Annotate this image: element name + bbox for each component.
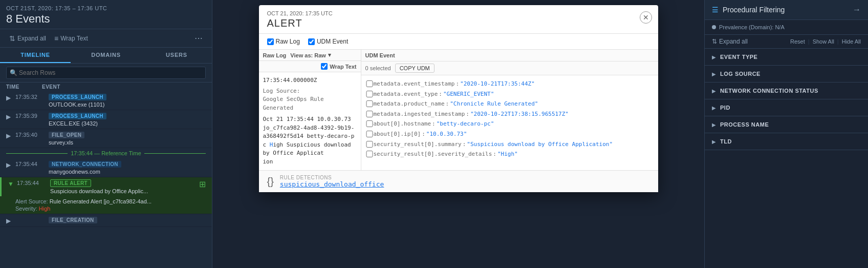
expand-arrow[interactable]: ▶ xyxy=(6,132,14,139)
filter-section-title: TLD xyxy=(720,138,732,145)
toolbar-row: ⇅ Expand all ≡ Wrap Text ⋯ xyxy=(0,29,212,48)
udm-field-name: about[0].ip[0] xyxy=(374,130,421,139)
copy-udm-button[interactable]: COPY UDM xyxy=(395,64,435,73)
expand-arrow[interactable]: ▶ xyxy=(6,113,14,120)
filter-section-header-tld[interactable]: ▶ TLD xyxy=(705,133,868,150)
right-panel-title: Procedural Filtering xyxy=(723,6,849,14)
wrap-text-icon: ≡ xyxy=(54,34,58,43)
event-content: FILE_CREATION xyxy=(49,216,206,224)
right-expand-all-button[interactable]: ⇅ Expand all xyxy=(712,38,748,45)
alert-detail: Alert Source: Rule Generated Alert [jo_c… xyxy=(0,196,212,214)
raw-log-checkbox[interactable] xyxy=(267,38,274,45)
expand-all-label: Expand all xyxy=(719,38,748,45)
filter-section-log-source: ▶ LOG SOURCE xyxy=(705,66,868,83)
wrap-text-checkbox[interactable] xyxy=(321,63,328,70)
udm-row: metadata.event_timestamp : "2020-10-21T1… xyxy=(365,79,654,89)
wrap-text-button[interactable]: ≡ Wrap Text xyxy=(51,33,91,44)
event-content: PROCESS_LAUNCH EXCEL.EXE (3432) xyxy=(49,112,206,127)
raw-log-label: Raw Log xyxy=(276,38,300,45)
show-all-link[interactable]: Show All xyxy=(813,38,834,45)
udm-field-checkbox[interactable] xyxy=(365,131,374,137)
search-row: 🔍 xyxy=(0,64,212,83)
filter-section-title: NETWORK CONNECTION STATUS xyxy=(720,88,818,94)
tab-timeline[interactable]: TIMELINE xyxy=(0,48,71,63)
event-count: 8 Events xyxy=(6,12,206,26)
reference-line-left xyxy=(6,153,68,154)
filter-icon: ☰ xyxy=(712,6,719,14)
right-panel-arrow[interactable]: → xyxy=(853,5,861,14)
more-options-button[interactable]: ⋯ xyxy=(191,32,206,44)
event-name: Suspicious download by Office Applic... xyxy=(50,188,199,194)
udm-field-checkbox[interactable] xyxy=(365,111,374,117)
tabs-row: TIMELINE DOMAINS USERS xyxy=(0,48,212,64)
expand-arrow[interactable]: ▼ xyxy=(8,180,16,188)
event-row[interactable]: ▶ FILE_CREATION xyxy=(0,214,212,226)
udm-field-checkbox[interactable] xyxy=(365,120,374,127)
modal-date: OCT 21, 2020: 17:35 UTC xyxy=(267,10,650,16)
tab-users[interactable]: USERS xyxy=(141,48,212,63)
filter-section-header-network-status[interactable]: ▶ NETWORK CONNECTION STATUS xyxy=(705,83,868,99)
udm-field-value: "betty-decaro-pc" xyxy=(437,119,494,129)
udm-field-name: security_result[0].severity_details xyxy=(374,150,492,159)
event-row-active[interactable]: ▼ 17:35:44 RULE ALERT Suspicious downloa… xyxy=(0,177,212,196)
udm-field-checkbox[interactable] xyxy=(365,100,374,107)
search-input[interactable] xyxy=(6,67,206,79)
udm-field-value: "2020-10-22T17:38:15.965517Z" xyxy=(470,110,569,119)
udm-event-checkbox-label[interactable]: UDM Event xyxy=(308,38,348,45)
filter-section-header-event-type[interactable]: ▶ EVENT TYPE xyxy=(705,49,868,65)
reference-label: 17:35:44 — Reference Time xyxy=(71,150,141,156)
filter-section-header-pid[interactable]: ▶ PID xyxy=(705,99,868,116)
filter-section-tld: ▶ TLD xyxy=(705,133,868,150)
tab-domains[interactable]: DOMAINS xyxy=(71,48,141,63)
event-badge: NETWORK_CONNECTION xyxy=(49,161,121,168)
severity-value: High xyxy=(39,205,51,212)
modal-footer: {} RULE DETECTIONS suspicious_download_o… xyxy=(259,170,658,192)
expand-all-button[interactable]: ⇅ Expand all xyxy=(6,33,49,44)
modal-overlay: OCT 21, 2020: 17:35 UTC ALERT ✕ Raw Log … xyxy=(212,0,704,268)
expand-icon: ⇅ xyxy=(9,34,15,43)
right-panel: ☰ Procedural Filtering → Prevalence (Dom… xyxy=(704,0,868,268)
prevalence-label: Prevalence (Domain): N/A xyxy=(719,24,785,30)
reset-link[interactable]: Reset xyxy=(790,38,805,45)
filter-section-pid: ▶ PID xyxy=(705,99,868,116)
log-source-label: Log Source: Google SecOps Rule Generated xyxy=(263,87,357,113)
event-row[interactable]: ▶ 17:35:32 PROCESS_LAUNCH OUTLOOK.exe (1… xyxy=(0,91,212,110)
expand-arrow[interactable]: ▶ xyxy=(6,161,14,169)
udm-event-checkbox[interactable] xyxy=(308,38,315,45)
udm-field-checkbox[interactable] xyxy=(365,91,374,97)
rule-detection-link[interactable]: suspicious_download_office xyxy=(280,180,384,188)
log-timestamp: 17:35:44.000000Z xyxy=(263,77,317,84)
expand-arrow[interactable]: ▶ xyxy=(6,94,14,101)
udm-field-value: "Suspicious download by Office Applicati… xyxy=(467,140,613,149)
udm-field-name: metadata.event_type xyxy=(374,90,438,99)
wrap-text-checkbox-label[interactable]: Wrap Text xyxy=(321,63,356,70)
view-as-selector[interactable]: View as: Raw ▾ xyxy=(290,52,331,58)
event-time: 17:35:39 xyxy=(15,113,49,119)
left-panel: OCT 21ST, 2020: 17:35 – 17:36 UTC 8 Even… xyxy=(0,0,212,268)
wrap-text-bar: Wrap Text xyxy=(259,61,361,72)
event-name: OUTLOOK.exe (1101) xyxy=(49,101,206,108)
list-item: ▶ 17:35:44 NETWORK_CONNECTION manygoodne… xyxy=(0,158,212,177)
udm-field-value: "Chronicle Rule Generated" xyxy=(450,99,538,109)
hide-all-link[interactable]: Hide All xyxy=(842,38,861,45)
filter-section-header-process-name[interactable]: ▶ PROCESS NAME xyxy=(705,116,868,133)
event-row[interactable]: ▶ 17:35:44 NETWORK_CONNECTION manygoodne… xyxy=(0,158,212,177)
udm-field-name: about[0].hostname xyxy=(374,119,431,129)
severity-label: Severity: xyxy=(15,205,37,212)
event-row[interactable]: ▶ 17:35:40 FILE_OPEN survey.xls xyxy=(0,129,212,148)
raw-log-checkbox-label[interactable]: Raw Log xyxy=(267,38,300,45)
raw-log-column: Raw Log View as: Raw ▾ Wrap Text 17 xyxy=(259,50,361,170)
log-highlight: H xyxy=(270,141,273,148)
filter-section-title: PROCESS NAME xyxy=(720,121,769,128)
modal-columns: Raw Log View as: Raw ▾ Wrap Text 17 xyxy=(259,50,658,170)
event-row[interactable]: ▶ 17:35:39 PROCESS_LAUNCH EXCEL.EXE (343… xyxy=(0,110,212,129)
filter-section-header-log-source[interactable]: ▶ LOG SOURCE xyxy=(705,66,868,82)
expand-arrow[interactable]: ▶ xyxy=(6,217,14,224)
modal-close-button[interactable]: ✕ xyxy=(640,11,652,24)
udm-field-value: "GENERIC_EVENT" xyxy=(443,90,494,99)
udm-field-checkbox[interactable] xyxy=(365,151,374,157)
udm-field-checkbox[interactable] xyxy=(365,80,374,87)
chevron-right-icon: ▶ xyxy=(712,139,716,145)
udm-field-checkbox[interactable] xyxy=(365,141,374,148)
event-badge: RULE ALERT xyxy=(50,179,91,187)
